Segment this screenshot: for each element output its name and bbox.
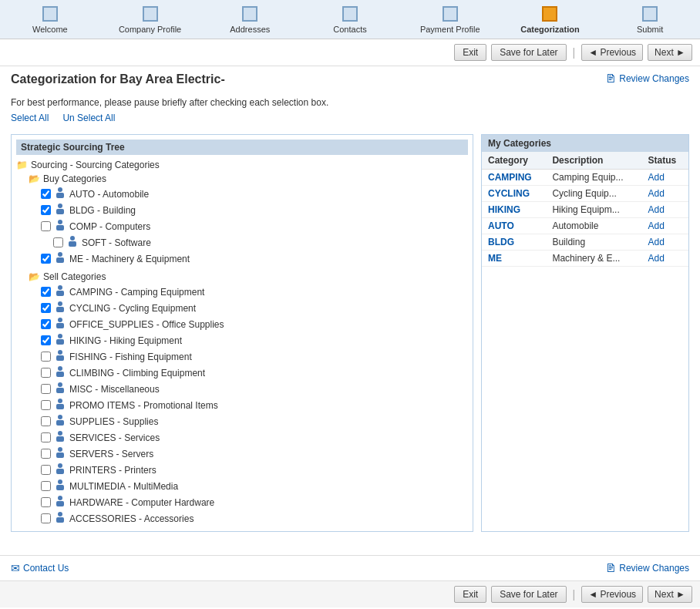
cat-code-cell: CYCLING [482,186,546,202]
svg-point-10 [58,285,62,290]
tree-item-hardware-label: HARDWARE - Computer Hardware [69,497,214,508]
svg-point-14 [58,318,62,322]
checkbox-auto[interactable] [41,189,51,199]
checkbox-camping[interactable] [41,287,51,297]
top-review-changes-link[interactable]: 🖹 Review Changes [605,72,689,85]
cat-desc-cell: Hiking Equipm... [546,202,641,218]
checkbox-comp[interactable] [41,221,51,231]
bottom-nav-divider: | [571,588,577,601]
checkbox-accessories[interactable] [41,513,51,523]
select-links: Select All Un Select All [11,113,689,123]
checkbox-printers[interactable] [41,465,51,475]
instruction-text: For best performance, please pause brief… [11,97,689,108]
wizard-dot-categorization [542,6,557,22]
svg-point-30 [58,447,62,452]
tree-item-supplies-label: SUPPLIES - Supplies [69,416,158,427]
wizard-steps: Welcome Company Profile Addresses Contac… [0,6,700,34]
checkbox-me[interactable] [41,254,51,264]
cat-desc-cell: Cycling Equip... [546,186,641,202]
unselect-all-link[interactable]: Un Select All [62,113,115,123]
cat-status-cell[interactable]: Add [641,202,688,218]
folder-sell-icon: 📂 [29,271,40,282]
bottom-review-changes-link[interactable]: 🖹 Review Changes [605,562,689,574]
review-icon: 🖹 [605,72,616,85]
wizard-dot-submit [642,6,658,22]
person-icon-servers [54,446,66,461]
wizard-step-company[interactable]: Company Profile [100,6,200,34]
bottom-next-button[interactable]: Next ► [648,586,692,603]
wizard-label-payment: Payment Profile [420,25,480,34]
svg-rect-3 [56,209,64,214]
tree-item-supplies: SUPPLIES - Supplies [41,413,468,429]
top-next-button[interactable]: Next ► [648,44,692,61]
tree-item-bldg: BLDG - Building [41,202,468,218]
bottom-previous-button[interactable]: ◄ Previous [581,586,643,603]
cat-status-cell[interactable]: Add [641,170,688,186]
top-action-bar: Exit Save for Later | ◄ Previous Next ► [0,39,700,66]
checkbox-multimedia[interactable] [41,481,51,491]
bottom-review-changes-label: Review Changes [619,563,689,574]
svg-rect-29 [56,436,64,442]
svg-point-0 [58,187,62,192]
tree-buy-label: Buy Categories [43,173,106,184]
svg-rect-19 [56,355,64,361]
tree-root-label: Sourcing - Sourcing Categories [31,160,160,170]
wizard-step-payment[interactable]: Payment Profile [400,6,500,34]
contact-us-link[interactable]: ✉ Contact Us [11,562,69,574]
top-previous-button[interactable]: ◄ Previous [581,44,643,61]
checkbox-servers[interactable] [41,449,51,459]
cat-status-cell[interactable]: Add [641,218,688,234]
tree-item-fishing: FISHING - Fishing Equipment [41,348,468,365]
cat-desc-cell: Camping Equip... [546,170,641,186]
tree-item-bldg-label: BLDG - Building [69,205,136,216]
tree-item-climbing: CLIMBING - Climbing Equipment [41,365,468,381]
wizard-step-addresses[interactable]: Addresses [200,6,300,34]
tree-item-accessories-label: ACCESSORIES - Accessories [69,513,194,524]
folder-root-icon: 📁 [16,160,28,170]
checkbox-fishing[interactable] [41,352,51,362]
bottom-exit-button[interactable]: Exit [454,586,486,603]
checkbox-hiking[interactable] [41,335,51,345]
wizard-step-categorization[interactable]: Categorization [500,6,601,34]
person-icon-camping [54,284,66,299]
checkbox-services[interactable] [41,432,51,442]
top-exit-button[interactable]: Exit [454,44,486,61]
categories-table-header-row: Category Description Status [482,152,688,170]
checkbox-cycling[interactable] [41,303,51,313]
wizard-dot-payment [443,6,458,22]
col-header-status: Status [641,152,688,170]
tree-item-cycling-label: CYCLING - Cycling Equipment [69,303,196,314]
tree-item-climbing-label: CLIMBING - Climbing Equipment [69,368,205,379]
checkbox-climbing[interactable] [41,368,51,378]
svg-rect-15 [56,323,64,328]
cat-status-cell[interactable]: Add [641,234,688,251]
wizard-step-submit[interactable]: Submit [600,6,700,34]
cat-status-cell[interactable]: Add [641,186,688,202]
wizard-label-contacts: Contacts [333,25,366,34]
top-save-button[interactable]: Save for Later [491,44,566,61]
wizard-dot-addresses [242,6,257,22]
tree-item-hiking: HIKING - Hiking Equipment [41,332,468,348]
bottom-save-button[interactable]: Save for Later [491,586,566,603]
checkbox-promo[interactable] [41,400,51,410]
wizard-dot-company [143,6,158,22]
tree-item-comp: COMP - Computers [41,218,468,234]
checkbox-soft[interactable] [53,237,63,247]
select-all-link[interactable]: Select All [11,113,49,123]
cat-status-cell[interactable]: Add [641,251,688,267]
wizard-step-welcome[interactable]: Welcome [0,6,100,34]
tree-item-cycling: CYCLING - Cycling Equipment [41,300,468,316]
wizard-step-contacts[interactable]: Contacts [300,6,400,34]
svg-rect-1 [56,193,64,198]
svg-rect-5 [56,225,64,230]
svg-point-34 [58,479,62,484]
svg-point-26 [58,415,62,419]
checkbox-misc[interactable] [41,384,51,394]
checkbox-bldg[interactable] [41,205,51,215]
contact-us-label: Contact Us [23,563,69,574]
checkbox-supplies[interactable] [41,416,51,426]
checkbox-hardware[interactable] [41,497,51,507]
col-header-category: Category [482,152,546,170]
checkbox-office[interactable] [41,319,51,329]
svg-point-32 [58,463,62,468]
